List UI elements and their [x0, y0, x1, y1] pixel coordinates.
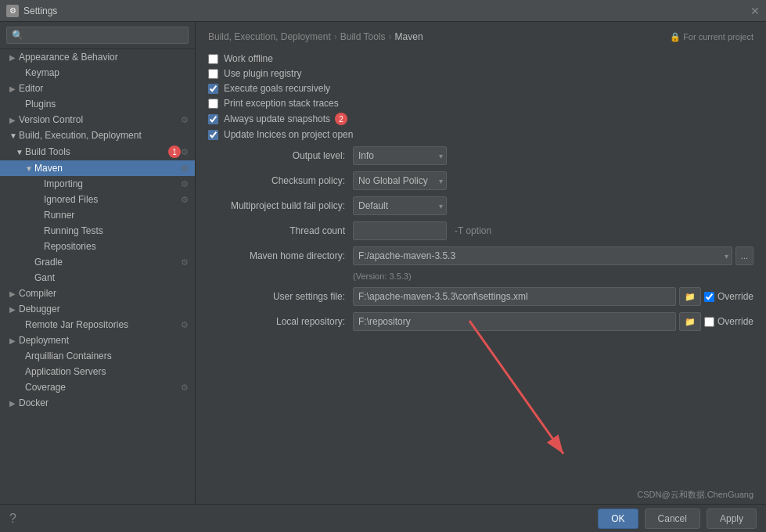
- local-repo-row: Local repository: 📁 Override: [208, 312, 753, 331]
- sidebar-item-appearance[interactable]: ▶ Appearance & Behavior: [0, 49, 195, 65]
- sidebar-item-label: Editor: [19, 83, 189, 94]
- output-level-label: Output level:: [208, 150, 353, 161]
- local-repo-browse-button[interactable]: 📁: [679, 312, 701, 331]
- help-button[interactable]: ?: [9, 512, 16, 526]
- sidebar-item-label: Arquillian Containers: [25, 350, 189, 361]
- maven-home-label: Maven home directory:: [208, 250, 353, 261]
- work-offline-checkbox[interactable]: [208, 54, 218, 64]
- arrow-icon: ▶: [9, 84, 19, 93]
- gear-icon: ⚙: [181, 147, 189, 157]
- title-bar: ⚙ Settings ✕: [0, 0, 766, 22]
- sidebar-item-runner[interactable]: Runner: [0, 207, 195, 223]
- arrow-icon: ▶: [9, 116, 19, 124]
- sidebar-item-repositories[interactable]: Repositories: [0, 239, 195, 254]
- sidebar-item-deployment[interactable]: ▶ Deployment: [0, 332, 195, 348]
- apply-button[interactable]: Apply: [707, 509, 757, 529]
- sidebar-item-coverage[interactable]: Coverage ⚙: [0, 379, 195, 395]
- sidebar-item-ignored-files[interactable]: Ignored Files ⚙: [0, 192, 195, 207]
- sidebar-item-build-tools[interactable]: ▼ Build Tools 1 ⚙: [0, 143, 195, 160]
- sidebar-item-remote-jar[interactable]: Remote Jar Repositories ⚙: [0, 317, 195, 332]
- multiproject-policy-row: Multiproject build fail policy: Default …: [208, 196, 753, 215]
- thread-count-control: -T option: [353, 221, 753, 240]
- update-indices-label[interactable]: Update Incices on project open: [224, 129, 353, 140]
- override-user-checkbox[interactable]: [704, 292, 714, 302]
- thread-count-input[interactable]: [353, 221, 447, 240]
- work-offline-label[interactable]: Work offline: [224, 53, 273, 64]
- override-local-label[interactable]: Override: [717, 316, 753, 327]
- sidebar-item-label: Gradle: [34, 257, 181, 268]
- local-repo-label: Local repository:: [208, 316, 353, 327]
- multiproject-policy-label: Multiproject build fail policy:: [208, 200, 353, 211]
- user-settings-row: User settings file: 📁 Override: [208, 287, 753, 306]
- sidebar-item-gant[interactable]: Gant: [0, 270, 195, 286]
- sidebar-item-editor[interactable]: ▶ Editor: [0, 81, 195, 96]
- breadcrumb-sep1: ›: [334, 31, 337, 42]
- output-level-select[interactable]: Info Debug Error Warning: [353, 146, 447, 165]
- update-indices-checkbox[interactable]: [208, 130, 218, 140]
- sidebar-item-label: Appearance & Behavior: [19, 52, 189, 63]
- checksum-policy-control: No Global Policy Strict Lenient Warn: [353, 171, 753, 190]
- multiproject-policy-select[interactable]: Default Never At End Fail Fast: [353, 196, 447, 215]
- sidebar-item-maven[interactable]: ▼ Maven ⚙: [0, 160, 195, 176]
- override-local-checkbox[interactable]: [704, 317, 714, 327]
- sidebar-item-app-servers[interactable]: Application Servers: [0, 364, 195, 379]
- sidebar-item-label: Ignored Files: [44, 194, 181, 205]
- breadcrumb-current: Maven: [395, 31, 423, 42]
- multiproject-policy-control: Default Never At End Fail Fast: [353, 196, 753, 215]
- use-plugin-registry-checkbox[interactable]: [208, 69, 218, 79]
- sidebar-item-gradle[interactable]: Gradle ⚙: [0, 254, 195, 270]
- app-icon: ⚙: [6, 5, 19, 17]
- always-update-checkbox[interactable]: [208, 114, 218, 124]
- maven-home-select[interactable]: F:/apache-maven-3.5.3: [353, 246, 732, 265]
- sidebar-item-label: Importing: [44, 178, 181, 189]
- output-level-select-wrapper: Info Debug Error Warning: [353, 146, 447, 165]
- print-exceptions-checkbox[interactable]: [208, 99, 218, 109]
- execute-goals-checkbox[interactable]: [208, 84, 218, 94]
- execute-goals-label[interactable]: Execute goals recursively: [224, 83, 330, 94]
- search-input[interactable]: [6, 27, 189, 44]
- for-project-icon: 🔒: [670, 32, 681, 41]
- breadcrumb-part2: Build Tools: [340, 31, 386, 42]
- override-user-label[interactable]: Override: [717, 291, 753, 302]
- sidebar-item-docker[interactable]: ▶ Docker: [0, 395, 195, 411]
- main-layout: ▶ Appearance & Behavior Keymap ▶ Editor …: [0, 22, 766, 504]
- ok-button[interactable]: OK: [598, 509, 638, 529]
- checksum-policy-select-wrapper: No Global Policy Strict Lenient Warn: [353, 171, 447, 190]
- maven-home-browse-button[interactable]: ...: [735, 246, 753, 265]
- sidebar: ▶ Appearance & Behavior Keymap ▶ Editor …: [0, 22, 196, 504]
- t-option-label: -T option: [455, 225, 491, 236]
- print-exceptions-label[interactable]: Print exception stack traces: [224, 98, 339, 109]
- checksum-policy-select[interactable]: No Global Policy Strict Lenient Warn: [353, 171, 447, 190]
- watermark: CSDN@云和数据.ChenGuang: [637, 489, 753, 501]
- sidebar-item-plugins[interactable]: Plugins: [0, 96, 195, 112]
- sidebar-item-label: Deployment: [19, 335, 189, 346]
- sidebar-item-running-tests[interactable]: Running Tests: [0, 223, 195, 239]
- arrow-annotation: [407, 305, 579, 477]
- close-button[interactable]: ✕: [750, 5, 760, 17]
- sidebar-item-debugger[interactable]: ▶ Debugger: [0, 301, 195, 317]
- sidebar-item-label: Build, Execution, Deployment: [19, 130, 189, 141]
- sidebar-item-compiler[interactable]: ▶ Compiler: [0, 286, 195, 301]
- always-update-badge: 2: [335, 113, 347, 125]
- sidebar-item-label: Docker: [19, 397, 189, 408]
- gear-icon: ⚙: [181, 257, 189, 268]
- output-level-row: Output level: Info Debug Error Warning: [208, 146, 753, 165]
- sidebar-item-importing[interactable]: Importing ⚙: [0, 176, 195, 192]
- always-update-row: Always update snapshots 2: [208, 113, 753, 125]
- always-update-label[interactable]: Always update snapshots: [224, 113, 330, 124]
- update-indices-row: Update Incices on project open: [208, 129, 753, 140]
- use-plugin-registry-label[interactable]: Use plugin registry: [224, 68, 301, 79]
- version-text: (Version: 3.5.3): [353, 271, 753, 281]
- arrow-icon: ▼: [25, 164, 34, 173]
- local-repo-input[interactable]: [353, 312, 676, 331]
- user-settings-browse-button[interactable]: 📁: [679, 287, 701, 306]
- cancel-button[interactable]: Cancel: [645, 509, 700, 529]
- user-settings-input[interactable]: [353, 287, 676, 306]
- sidebar-item-arquillian[interactable]: Arquillian Containers: [0, 348, 195, 364]
- execute-goals-row: Execute goals recursively: [208, 83, 753, 94]
- sidebar-item-version-control[interactable]: ▶ Version Control ⚙: [0, 112, 195, 128]
- sidebar-item-keymap[interactable]: Keymap: [0, 65, 195, 81]
- print-exceptions-row: Print exception stack traces: [208, 98, 753, 109]
- sidebar-item-build-exec[interactable]: ▼ Build, Execution, Deployment: [0, 128, 195, 143]
- output-level-control: Info Debug Error Warning: [353, 146, 753, 165]
